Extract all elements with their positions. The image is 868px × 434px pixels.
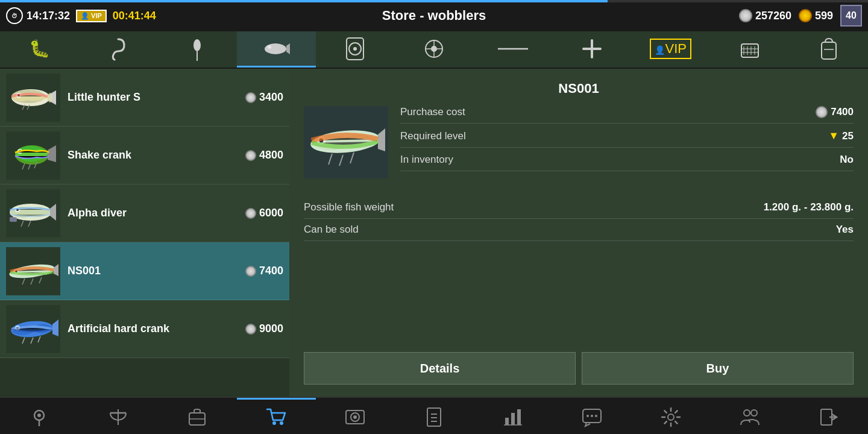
tab-plus[interactable] <box>552 31 631 68</box>
status-clock: ⏱ 14:17:32 <box>6 7 70 24</box>
bottom-tab-chat[interactable] <box>552 398 631 434</box>
cart-icon <box>266 407 286 427</box>
svg-point-53 <box>272 421 276 425</box>
fish-weight-row: Possible fish weight 1.200 g. - 23.800 g… <box>304 197 854 219</box>
bottom-tab-photo[interactable] <box>316 398 395 434</box>
item-price: 9000 <box>245 322 283 335</box>
nav-tabs: 🐛 👤VIP <box>0 31 868 69</box>
status-left: ⏱ 14:17:32 👤 VIP 00:41:44 <box>6 7 156 24</box>
svg-point-68 <box>591 415 593 417</box>
svg-point-2 <box>265 43 286 54</box>
tab-spinners[interactable] <box>395 31 474 68</box>
gold-currency: 599 <box>799 9 833 22</box>
map-icon <box>29 407 49 427</box>
detail-stats-bottom: Possible fish weight 1.200 g. - 23.800 g… <box>304 197 854 241</box>
vip-badge: 👤 VIP <box>76 10 107 22</box>
svg-rect-62 <box>505 418 509 425</box>
item-thumbnail <box>6 305 60 353</box>
item-name: Shake crank <box>68 149 245 162</box>
detail-panel: NS001 Purchase cost <box>289 69 868 397</box>
bottom-tab-friends[interactable] <box>710 398 789 434</box>
tab-hooks[interactable] <box>79 31 158 68</box>
svg-point-57 <box>353 415 357 419</box>
svg-point-7 <box>353 47 357 51</box>
svg-marker-3 <box>286 43 290 54</box>
can-be-sold-label: Can be sold <box>304 224 359 236</box>
price-value: 9000 <box>259 322 283 335</box>
list-item[interactable]: NS001 7400 <box>0 242 289 300</box>
bottom-tab-checklist[interactable] <box>395 398 474 434</box>
svg-point-70 <box>668 414 674 420</box>
gold-coin-icon <box>799 9 812 22</box>
required-level-label: Required level <box>400 130 466 142</box>
chart-icon <box>503 407 523 427</box>
tab-reels[interactable] <box>316 31 395 68</box>
price-value: 4800 <box>259 149 283 162</box>
price-coin-icon <box>245 92 256 103</box>
tab-bugs[interactable]: 🐛 <box>0 31 79 68</box>
svg-point-54 <box>280 421 283 425</box>
plus-icon <box>581 38 603 60</box>
bottom-tab-cart[interactable] <box>237 398 316 434</box>
progress-fill <box>0 0 608 2</box>
photo-icon <box>345 407 365 427</box>
in-inventory-row: In inventory No <box>400 154 854 171</box>
tab-bag[interactable] <box>710 31 789 68</box>
item-name: Artificial hard crank <box>68 322 245 335</box>
bugs-icon: 🐛 <box>29 39 50 58</box>
level-badge: 40 <box>840 5 862 27</box>
fish-weight-value: 1.200 g. - 23.800 g. <box>764 201 854 213</box>
item-name: Little hunter S <box>68 91 245 104</box>
purchase-cost-label: Purchase cost <box>400 106 465 118</box>
reel-icon <box>344 37 366 61</box>
price-value: 6000 <box>259 207 283 219</box>
bottom-tab-map[interactable] <box>0 398 79 434</box>
detail-title: NS001 <box>304 81 854 96</box>
item-price: 7400 <box>245 265 283 277</box>
tab-vip[interactable]: 👤VIP <box>631 31 710 68</box>
detail-top: Purchase cost 7400 Required level ▼ 25 I… <box>304 106 854 178</box>
bag-icon <box>739 38 761 60</box>
list-item[interactable]: Artificial hard crank 9000 <box>0 300 289 358</box>
item-thumbnail <box>6 247 60 295</box>
svg-rect-64 <box>517 409 521 425</box>
bottom-tab-briefcase[interactable] <box>158 398 237 434</box>
bottom-tab-exit[interactable] <box>789 398 868 434</box>
svg-point-67 <box>587 415 589 417</box>
list-item[interactable]: Little hunter S 3400 <box>0 69 289 127</box>
svg-point-69 <box>595 415 597 417</box>
tab-floats[interactable] <box>158 31 237 68</box>
price-coin-icon <box>245 208 256 219</box>
bottom-tab-settings[interactable] <box>631 398 710 434</box>
backpack-icon <box>818 37 840 60</box>
tab-wobblers[interactable] <box>237 31 316 68</box>
vip-icon: 👤 <box>81 12 89 20</box>
list-item[interactable]: Alpha diver 6000 <box>0 184 289 242</box>
item-list[interactable]: Little hunter S 3400 <box>0 69 289 397</box>
silver-currency: 257260 <box>739 9 791 22</box>
briefcase-icon <box>187 407 207 427</box>
hook-icon <box>108 37 128 61</box>
item-thumbnail <box>6 189 60 237</box>
svg-point-28 <box>48 93 52 102</box>
fish-weight-label: Possible fish weight <box>304 201 394 213</box>
list-item[interactable]: Shake crank 4800 <box>0 127 289 184</box>
tab-backpack[interactable] <box>789 31 868 68</box>
svg-point-48 <box>37 414 41 417</box>
tab-rods[interactable] <box>473 31 552 68</box>
bottom-tab-chart[interactable] <box>473 398 552 434</box>
cost-coin-icon <box>816 106 828 118</box>
bottom-nav <box>0 397 868 434</box>
can-be-sold-value: Yes <box>836 224 854 236</box>
details-button[interactable]: Details <box>304 352 576 385</box>
svg-rect-22 <box>822 42 836 59</box>
buy-button[interactable]: Buy <box>582 352 854 385</box>
svg-rect-34 <box>10 217 17 222</box>
price-value: 3400 <box>259 91 283 104</box>
settings-icon <box>661 407 681 427</box>
bottom-tab-scale[interactable] <box>79 398 158 434</box>
vip-label: VIP <box>91 12 102 19</box>
svg-point-4 <box>268 45 271 49</box>
purchase-cost-row: Purchase cost 7400 <box>400 106 854 124</box>
item-price: 3400 <box>245 91 283 104</box>
